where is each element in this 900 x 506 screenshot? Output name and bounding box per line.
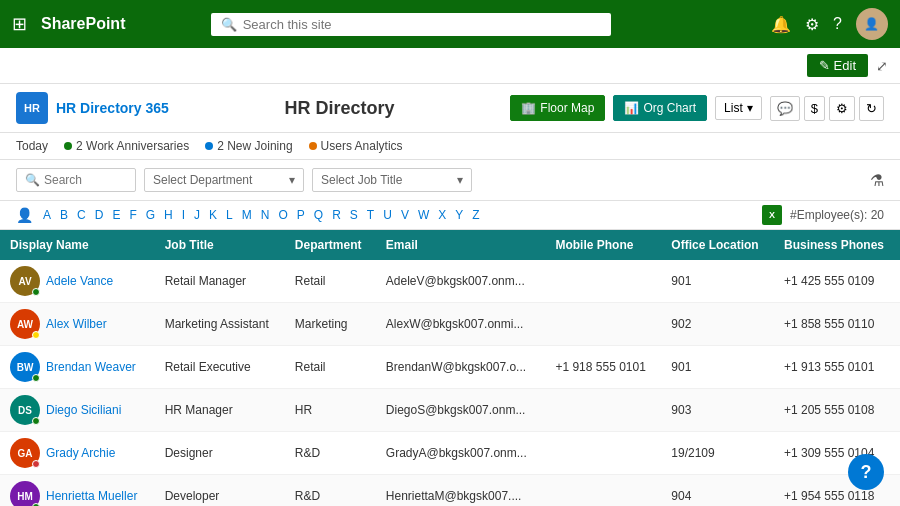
app-title: HR Directory	[169, 98, 511, 119]
bell-icon[interactable]: 🔔	[771, 15, 791, 34]
new-joining-tab[interactable]: 2 New Joining	[205, 139, 292, 153]
search-input[interactable]	[243, 17, 601, 32]
cell-1: HR	[285, 389, 376, 432]
status-indicator	[32, 331, 40, 339]
alpha-L[interactable]: L	[222, 206, 237, 224]
grid-icon[interactable]: ⊞	[12, 13, 27, 35]
alpha-X[interactable]: X	[434, 206, 450, 224]
search-icon: 🔍	[221, 17, 237, 32]
dollar-icon-button[interactable]: $	[804, 96, 825, 121]
col-department[interactable]: Department	[285, 230, 376, 260]
settings-icon[interactable]: ⚙	[805, 15, 819, 34]
dept-dropdown[interactable]: Select Department ▾	[144, 168, 304, 192]
alpha-J[interactable]: J	[190, 206, 204, 224]
search-small-icon: 🔍	[25, 173, 40, 187]
employee-name[interactable]: Diego Siciliani	[46, 403, 121, 417]
employee-name[interactable]: Henrietta Mueller	[46, 489, 137, 503]
list-dropdown[interactable]: List ▾	[715, 96, 762, 120]
alpha-P[interactable]: P	[293, 206, 309, 224]
alpha-G[interactable]: G	[142, 206, 159, 224]
alpha-T[interactable]: T	[363, 206, 378, 224]
header-icon-btns: 💬 $ ⚙ ↻	[770, 96, 884, 121]
dept-chevron-icon: ▾	[289, 173, 295, 187]
cell-2: GradyA@bkgsk007.onm...	[376, 432, 546, 475]
employee-search-input[interactable]	[44, 173, 124, 187]
alpha-K[interactable]: K	[205, 206, 221, 224]
col-mobile[interactable]: Mobile Phone	[545, 230, 661, 260]
alpha-N[interactable]: N	[257, 206, 274, 224]
alpha-letters: ABCDEFGHIJKLMNOPQRSTUVWXYZ	[39, 206, 760, 224]
col-email[interactable]: Email	[376, 230, 546, 260]
alpha-F[interactable]: F	[125, 206, 140, 224]
cell-3	[545, 260, 661, 303]
cell-4: 901	[661, 260, 774, 303]
col-office[interactable]: Office Location	[661, 230, 774, 260]
table-row: GAGrady ArchieDesignerR&DGradyA@bkgsk007…	[0, 432, 900, 475]
employee-name[interactable]: Grady Archie	[46, 446, 115, 460]
alpha-A[interactable]: A	[39, 206, 55, 224]
expand-icon[interactable]: ⤢	[876, 58, 888, 74]
cell-0: Marketing Assistant	[155, 303, 285, 346]
excel-icon[interactable]: X	[762, 205, 782, 225]
chat-icon-button[interactable]: 💬	[770, 96, 800, 121]
filter-bar: 🔍 Select Department ▾ Select Job Title ▾…	[0, 160, 900, 201]
alpha-U[interactable]: U	[379, 206, 396, 224]
floor-map-button[interactable]: 🏢 Floor Map	[510, 95, 605, 121]
alpha-W[interactable]: W	[414, 206, 433, 224]
chevron-down-icon: ▾	[747, 101, 753, 115]
cell-4: 903	[661, 389, 774, 432]
edit-bar: ✎ Edit ⤢	[0, 48, 900, 84]
cell-2: DiegoS@bkgsk007.onm...	[376, 389, 546, 432]
anniversaries-tab[interactable]: 2 Work Anniversaries	[64, 139, 189, 153]
cell-0: Designer	[155, 432, 285, 475]
status-indicator	[32, 417, 40, 425]
employee-table-container: Display Name Job Title Department Email …	[0, 230, 900, 506]
gear-icon-button[interactable]: ⚙	[829, 96, 855, 121]
alpha-Y[interactable]: Y	[451, 206, 467, 224]
alpha-I[interactable]: I	[178, 206, 189, 224]
alpha-O[interactable]: O	[274, 206, 291, 224]
alpha-D[interactable]: D	[91, 206, 108, 224]
employee-name[interactable]: Adele Vance	[46, 274, 113, 288]
anniversary-dot	[64, 142, 72, 150]
col-job-title[interactable]: Job Title	[155, 230, 285, 260]
edit-button[interactable]: ✎ Edit	[807, 54, 868, 77]
table-row: AWAlex WilberMarketing AssistantMarketin…	[0, 303, 900, 346]
alpha-Q[interactable]: Q	[310, 206, 327, 224]
job-dropdown[interactable]: Select Job Title ▾	[312, 168, 472, 192]
alpha-S[interactable]: S	[346, 206, 362, 224]
app-logo-text: HR Directory 365	[56, 100, 169, 116]
alpha-V[interactable]: V	[397, 206, 413, 224]
refresh-icon-button[interactable]: ↻	[859, 96, 884, 121]
today-tab[interactable]: Today	[16, 139, 48, 153]
filter-icon[interactable]: ⚗	[870, 171, 884, 190]
app-logo-icon: HR	[16, 92, 48, 124]
app-logo: HR HR Directory 365	[16, 92, 169, 124]
alpha-R[interactable]: R	[328, 206, 345, 224]
help-bubble[interactable]: ?	[848, 454, 884, 490]
org-chart-button[interactable]: 📊 Org Chart	[613, 95, 707, 121]
avatar[interactable]: 👤	[856, 8, 888, 40]
alpha-Z[interactable]: Z	[468, 206, 483, 224]
analytics-tab[interactable]: Users Analytics	[309, 139, 403, 153]
alpha-E[interactable]: E	[108, 206, 124, 224]
alpha-H[interactable]: H	[160, 206, 177, 224]
status-indicator	[32, 288, 40, 296]
col-display-name[interactable]: Display Name	[0, 230, 155, 260]
help-icon[interactable]: ?	[833, 15, 842, 33]
employee-name[interactable]: Alex Wilber	[46, 317, 107, 331]
cell-1: Marketing	[285, 303, 376, 346]
cell-1: R&D	[285, 432, 376, 475]
cell-4: 901	[661, 346, 774, 389]
table-header-row: Display Name Job Title Department Email …	[0, 230, 900, 260]
search-box: 🔍	[16, 168, 136, 192]
cell-0: Retail Executive	[155, 346, 285, 389]
alpha-B[interactable]: B	[56, 206, 72, 224]
employee-name[interactable]: Brendan Weaver	[46, 360, 136, 374]
joining-dot	[205, 142, 213, 150]
org-chart-icon: 📊	[624, 101, 639, 115]
col-phones[interactable]: Business Phones	[774, 230, 900, 260]
table-row: AVAdele VanceRetail ManagerRetailAdeleV@…	[0, 260, 900, 303]
alpha-C[interactable]: C	[73, 206, 90, 224]
alpha-M[interactable]: M	[238, 206, 256, 224]
